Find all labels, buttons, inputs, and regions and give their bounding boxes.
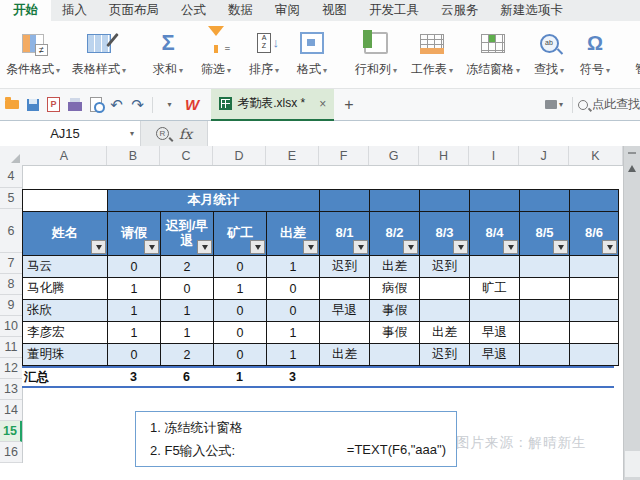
cell-r7c9[interactable] <box>470 256 519 277</box>
select-all-corner[interactable] <box>0 146 23 166</box>
smart-toolbox-button[interactable]: 智能工具箱 <box>630 21 640 88</box>
redo-icon[interactable]: ↷ <box>128 94 147 116</box>
table-column-header-3[interactable]: 迟到/早退 <box>161 212 213 255</box>
menu-tab-5[interactable]: 数据 <box>217 0 264 21</box>
row-header-16[interactable]: 16 <box>0 442 22 463</box>
cell-r8c11[interactable] <box>570 278 618 299</box>
menu-tab-6[interactable]: 审阅 <box>264 0 311 21</box>
cell-r8c8[interactable] <box>420 278 469 299</box>
cell-r10c7[interactable]: 事假 <box>370 322 419 343</box>
cell-r9c10[interactable] <box>520 300 569 321</box>
cell-r7c11[interactable] <box>570 256 618 277</box>
search-hint[interactable]: 点此查找 <box>592 96 640 113</box>
cell-name-row11[interactable]: 董明珠 <box>23 344 107 365</box>
cell-r11c4[interactable]: 0 <box>214 344 266 365</box>
rows-cols-button[interactable]: 行和列▾ <box>348 21 404 88</box>
document-tab[interactable]: 考勤表.xlsx * × <box>211 89 334 121</box>
column-header-G[interactable]: G <box>369 146 419 165</box>
name-box[interactable]: AJ15 ▾ <box>0 121 141 146</box>
search-icon[interactable] <box>578 100 588 110</box>
header-band-cell[interactable] <box>320 190 369 211</box>
table-column-header-10[interactable]: 8/5 <box>520 212 569 255</box>
cell-r11c3[interactable]: 2 <box>161 344 213 365</box>
conditional-format-button[interactable]: ≠条件格式▾ <box>0 21 66 88</box>
column-header-E[interactable]: E <box>266 146 319 165</box>
new-tab-button[interactable]: + <box>334 96 363 114</box>
table-column-header-4[interactable]: 矿工 <box>214 212 266 255</box>
find-button[interactable]: ab查找▾ <box>526 21 572 88</box>
filter-dropdown-icon[interactable] <box>353 240 368 254</box>
cell-r8c7[interactable]: 病假 <box>370 278 419 299</box>
cell-r10c4[interactable]: 0 <box>214 322 266 343</box>
symbol-button[interactable]: Ω符号▾ <box>572 21 618 88</box>
cell-r9c11[interactable] <box>570 300 618 321</box>
cell-r7c3[interactable]: 2 <box>161 256 213 277</box>
header-band-cell[interactable] <box>570 190 618 211</box>
cell-r9c3[interactable]: 1 <box>161 300 213 321</box>
print-icon[interactable] <box>65 94 84 116</box>
column-header-D[interactable]: D <box>213 146 266 165</box>
cell-r11c5[interactable]: 1 <box>267 344 319 365</box>
cell-r7c7[interactable]: 出差 <box>370 256 419 277</box>
cell-r7c10[interactable] <box>520 256 569 277</box>
row-header-5[interactable]: 5 <box>0 188 22 209</box>
row-header-13[interactable]: 13 <box>0 379 22 400</box>
cell-r11c10[interactable] <box>520 344 569 365</box>
cell-name-row9[interactable]: 张欣 <box>23 300 107 321</box>
toolbar-customize-dropdown-icon[interactable]: ▾ <box>160 94 179 116</box>
row-header-11[interactable]: 11 <box>0 337 22 358</box>
undo-icon[interactable]: ↶ <box>107 94 126 116</box>
column-header-C[interactable]: C <box>160 146 213 165</box>
menu-tab-9[interactable]: 云服务 <box>430 0 490 21</box>
cell-r8c2[interactable]: 1 <box>108 278 160 299</box>
cell-r10c6[interactable] <box>320 322 369 343</box>
wps-home-button[interactable]: W <box>179 96 205 113</box>
total-label-cell[interactable]: 汇总 <box>22 369 107 386</box>
table-column-header-2[interactable]: 请假 <box>108 212 160 255</box>
table-column-header-8[interactable]: 8/3 <box>420 212 469 255</box>
cell-r9c8[interactable] <box>420 300 469 321</box>
menu-tab-2[interactable]: 插入 <box>51 0 98 21</box>
cell-r9c2[interactable]: 1 <box>108 300 160 321</box>
table-style-button[interactable]: 表格样式▾ <box>66 21 132 88</box>
sum-button[interactable]: Σ求和▾ <box>144 21 192 88</box>
column-header-I[interactable]: I <box>469 146 519 165</box>
open-folder-icon[interactable] <box>2 94 21 116</box>
cell-r7c8[interactable]: 迟到 <box>420 256 469 277</box>
cell-A5[interactable] <box>23 190 107 211</box>
column-header-A[interactable]: A <box>22 146 107 165</box>
cell-r10c5[interactable]: 1 <box>267 322 319 343</box>
cell-r8c4[interactable]: 1 <box>214 278 266 299</box>
filter-dropdown-icon[interactable] <box>453 240 468 254</box>
cell-r8c5[interactable]: 0 <box>267 278 319 299</box>
cell-r11c2[interactable]: 0 <box>108 344 160 365</box>
menu-tab-7[interactable]: 视图 <box>311 0 358 21</box>
cell-r9c4[interactable]: 0 <box>214 300 266 321</box>
worksheet-button[interactable]: 工作表▾ <box>404 21 460 88</box>
menu-tab-4[interactable]: 公式 <box>170 0 217 21</box>
name-box-dropdown-icon[interactable]: ▾ <box>130 129 134 138</box>
export-pdf-icon[interactable]: P <box>44 94 63 116</box>
cell-r7c5[interactable]: 1 <box>267 256 319 277</box>
total-value-cell-1[interactable]: 3 <box>107 370 160 384</box>
table-column-header-9[interactable]: 8/4 <box>470 212 519 255</box>
cell-r8c3[interactable]: 0 <box>161 278 213 299</box>
format-button[interactable]: 格式▾ <box>288 21 336 88</box>
cell-r8c6[interactable] <box>320 278 369 299</box>
scroll-up-icon[interactable] <box>628 165 636 172</box>
cell-r9c9[interactable] <box>470 300 519 321</box>
header-band-cell[interactable] <box>420 190 469 211</box>
header-band-cell[interactable] <box>520 190 569 211</box>
cell-r10c2[interactable]: 1 <box>108 322 160 343</box>
save-icon[interactable] <box>23 94 42 116</box>
row-header-8[interactable]: 8 <box>0 274 22 295</box>
column-header-J[interactable]: J <box>519 146 569 165</box>
close-tab-icon[interactable]: × <box>319 97 326 111</box>
cell-name-row7[interactable]: 马云 <box>23 256 107 277</box>
cell-name-row10[interactable]: 李彦宏 <box>23 322 107 343</box>
cell-r11c8[interactable]: 迟到 <box>420 344 469 365</box>
table-column-header-1[interactable]: 姓名 <box>23 212 107 255</box>
cell-r10c9[interactable]: 早退 <box>470 322 519 343</box>
column-header-K[interactable]: K <box>569 146 623 165</box>
row-header-7[interactable]: 7 <box>0 253 22 274</box>
